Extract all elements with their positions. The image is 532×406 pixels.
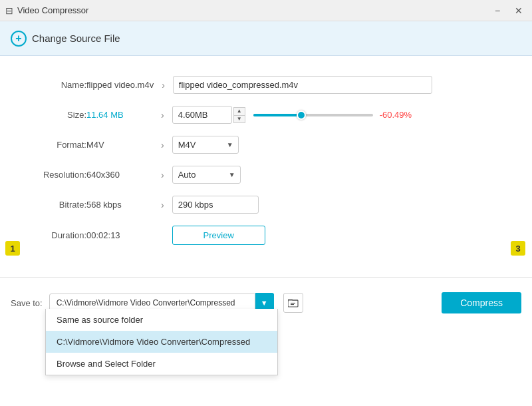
format-row: Format: M4V › M4V MP4 AVI MOV ▼: [27, 136, 505, 154]
bitrate-arrow: ›: [161, 200, 164, 210]
size-slider-wrap: -60.49%: [253, 110, 416, 120]
preview-button[interactable]: Preview: [172, 226, 265, 245]
size-up-button[interactable]: ▲: [233, 107, 245, 115]
folder-icon-button[interactable]: [283, 293, 303, 313]
format-label: Format:: [27, 140, 86, 150]
format-arrow: ›: [161, 140, 164, 150]
size-source-value: 11.64 MB: [86, 110, 153, 120]
save-to-section: Save to: ▼ Same as source folder C:\Vidm…: [11, 293, 303, 313]
titlebar: ⊟ Video Compressor − ✕: [0, 0, 532, 21]
size-spinners: ▲ ▼: [233, 107, 245, 123]
name-output-input[interactable]: [173, 76, 432, 94]
size-output-input[interactable]: [172, 106, 232, 124]
bitrate-output-input[interactable]: [172, 196, 259, 214]
format-dropdown-wrap: M4V MP4 AVI MOV ▼: [172, 136, 239, 154]
bottom-bar: 1 3 Save to: ▼ Same as source folder C:\…: [0, 284, 532, 321]
size-right: ▲ ▼ -60.49%: [172, 106, 416, 124]
resolution-arrow: ›: [161, 170, 164, 180]
dropdown-item-same-source[interactable]: Same as source folder: [46, 309, 277, 331]
save-path-dropdown-menu: Same as source folder C:\Vidmore\Vidmore…: [45, 309, 278, 375]
size-row: Size: 11.64 MB › ▲ ▼ -60.49%: [27, 106, 505, 124]
minimize-button[interactable]: −: [489, 3, 505, 19]
divider: [0, 277, 532, 278]
plus-icon: +: [11, 31, 27, 47]
duration-label: Duration:: [27, 230, 86, 240]
format-select[interactable]: M4V MP4 AVI MOV: [172, 136, 239, 154]
resolution-row: Resolution: 640x360 › Auto 640x360 1280x…: [27, 166, 505, 184]
close-button[interactable]: ✕: [511, 3, 527, 19]
name-arrow: ›: [162, 80, 165, 91]
bitrate-label: Bitrate:: [27, 200, 86, 210]
resolution-source-value: 640x360: [86, 170, 153, 180]
window-controls: − ✕: [489, 3, 527, 19]
save-to-label: Save to:: [11, 298, 43, 308]
size-arrow: ›: [161, 110, 164, 120]
format-source-value: M4V: [86, 140, 153, 150]
size-label: Size:: [27, 110, 86, 120]
resolution-select[interactable]: Auto 640x360 1280x720 1920x1080: [172, 166, 241, 184]
compress-button[interactable]: Compress: [442, 292, 521, 313]
slider-track[interactable]: [253, 114, 373, 116]
change-source-button[interactable]: + Change Source File: [11, 31, 120, 47]
resolution-label: Resolution:: [27, 170, 86, 180]
bitrate-source-value: 568 kbps: [86, 200, 153, 210]
name-row: Name: flipped video.m4v ›: [27, 76, 505, 94]
resolution-dropdown-wrap: Auto 640x360 1280x720 1920x1080 ▼: [172, 166, 241, 184]
step-badge-1: 1: [5, 241, 20, 256]
name-label: Name:: [27, 80, 86, 90]
slider-fill: [253, 114, 301, 116]
slider-thumb[interactable]: [297, 110, 306, 120]
app-icon: ⊟: [5, 5, 13, 16]
folder-icon: [288, 298, 299, 307]
duration-value: 00:02:13: [86, 230, 153, 240]
main-content: Name: flipped video.m4v › Size: 11.64 MB…: [0, 56, 532, 270]
slider-percent: -60.49%: [380, 110, 416, 120]
change-source-label: Change Source File: [32, 33, 120, 44]
dropdown-item-browse[interactable]: Browse and Select Folder: [46, 353, 277, 375]
bitrate-row: Bitrate: 568 kbps ›: [27, 196, 505, 214]
size-down-button[interactable]: ▼: [233, 115, 245, 123]
duration-row: Duration: 00:02:13 › Preview: [27, 226, 505, 245]
dropdown-item-vidmore-path[interactable]: C:\Vidmore\Vidmore Video Converter\Compr…: [46, 331, 277, 353]
step-badge-3: 3: [511, 241, 525, 256]
size-input-wrap: ▲ ▼: [172, 106, 245, 124]
app-title: Video Compressor: [17, 5, 88, 15]
toolbar: + Change Source File: [0, 21, 532, 56]
name-source-value: flipped video.m4v: [86, 80, 154, 90]
